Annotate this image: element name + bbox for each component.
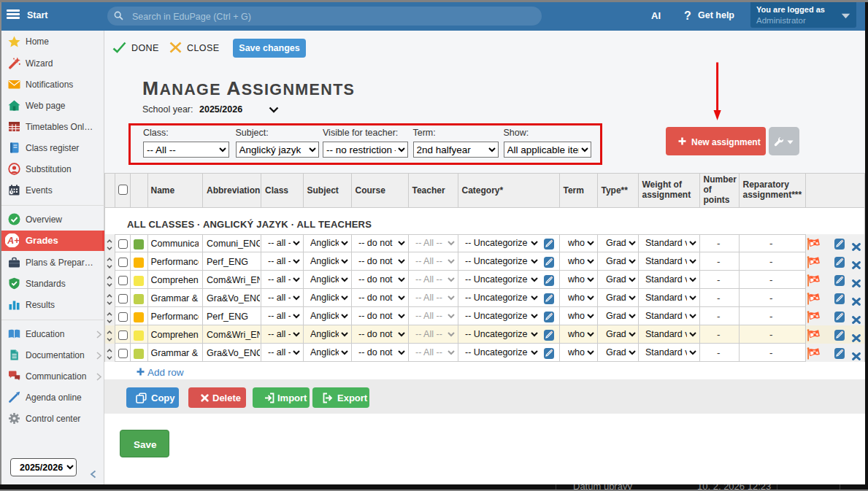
- svg-text:A+: A+: [7, 236, 19, 246]
